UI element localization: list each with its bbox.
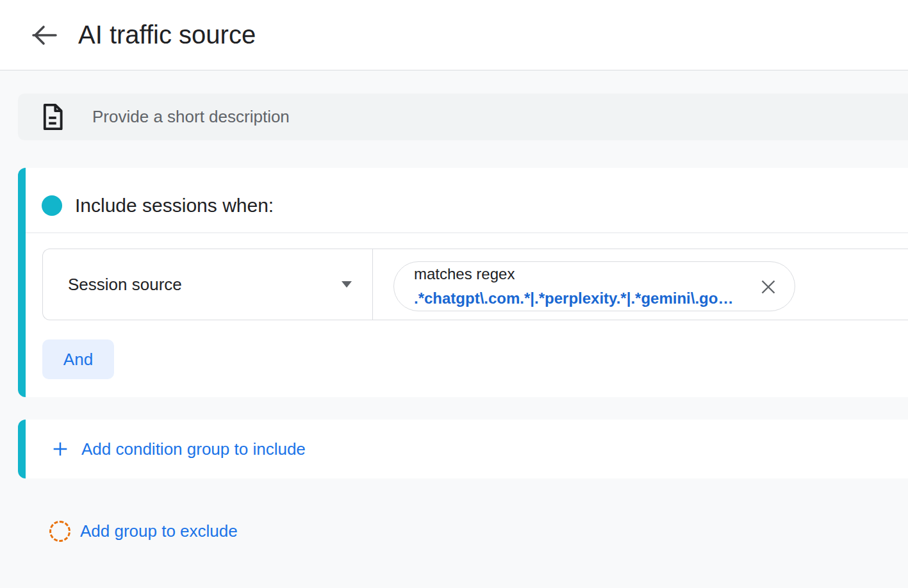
dimension-label: Session source xyxy=(68,275,342,295)
add-condition-group-card[interactable]: Add condition group to include xyxy=(18,420,908,478)
condition-filter-pill[interactable]: matches regex .*chatgpt\.com.*|.*perplex… xyxy=(393,261,795,311)
include-group-card: Include sessions when: Session source ma… xyxy=(18,168,908,397)
include-indicator-icon xyxy=(42,195,62,216)
page-title: AI traffic source xyxy=(78,20,256,49)
condition-divider xyxy=(372,249,373,320)
include-heading: Include sessions when: xyxy=(75,195,274,216)
chevron-down-icon xyxy=(342,281,352,288)
condition-area: Session source matches regex .*chatgpt\.… xyxy=(26,233,908,397)
filter-value: .*chatgpt\.com.*|.*perplexity.*|.*gemini… xyxy=(414,286,750,311)
back-arrow-icon xyxy=(29,21,58,49)
document-icon xyxy=(41,103,64,131)
add-exclude-group-label: Add group to exclude xyxy=(80,521,238,541)
description-placeholder: Provide a short description xyxy=(92,107,290,127)
condition-row: Session source matches regex .*chatgpt\.… xyxy=(42,249,908,320)
and-button[interactable]: And xyxy=(42,339,114,379)
add-exclude-group-button[interactable]: Add group to exclude xyxy=(0,521,908,542)
include-group-header: Include sessions when: xyxy=(26,168,908,233)
description-field[interactable]: Provide a short description xyxy=(18,94,908,140)
add-condition-group-label: Add condition group to include xyxy=(81,439,306,459)
dimension-select[interactable]: Session source xyxy=(43,249,372,320)
close-icon[interactable] xyxy=(760,279,777,295)
plus-icon xyxy=(52,441,69,457)
filter-operator: matches regex xyxy=(414,262,750,286)
header: AI traffic source xyxy=(0,0,908,70)
back-button[interactable] xyxy=(29,21,58,49)
exclude-dashed-circle-icon xyxy=(49,521,70,542)
